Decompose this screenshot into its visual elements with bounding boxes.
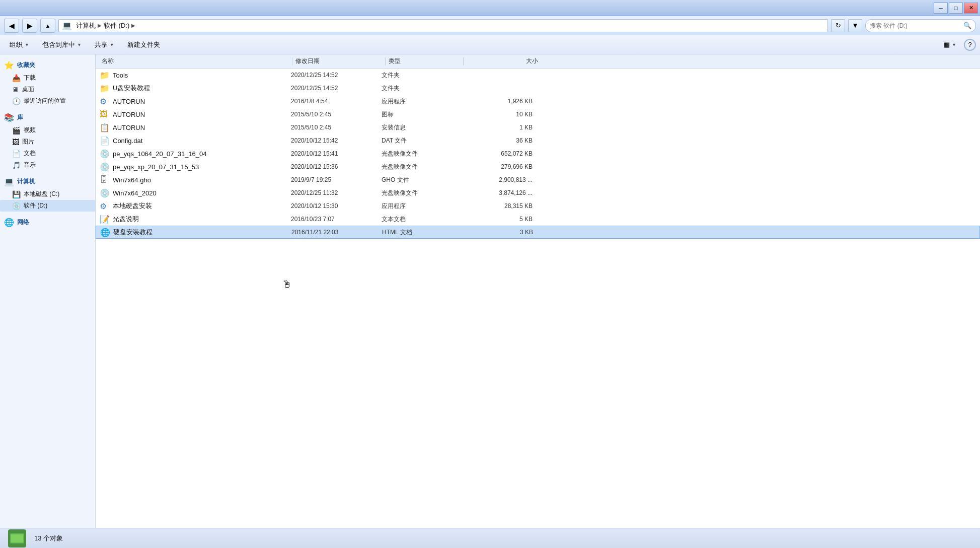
drive-d-label: 软件 (D:) [24,201,47,210]
table-row[interactable]: 📁 U盘安装教程 2020/12/25 14:52 文件夹 [96,82,980,95]
file-date: 2016/10/23 7:07 [291,216,382,223]
file-date: 2016/11/21 22:03 [291,229,382,236]
file-icon: 💿 [100,149,110,159]
col-sep-3 [463,57,464,65]
address-dropdown-button[interactable]: ▼ [848,19,862,32]
table-row[interactable]: 📋 AUTORUN 2015/5/10 2:45 安装信息 1 KB [96,121,980,134]
sidebar-item-pictures[interactable]: 🖼 图片 [0,136,95,148]
file-date: 2020/12/25 14:52 [291,72,382,79]
network-label: 网络 [17,218,29,227]
sidebar-item-drive-d[interactable]: 💿 软件 (D:) [0,200,95,212]
drive-c-icon: 💾 [12,190,21,198]
sidebar-item-download[interactable]: 📥 下载 [0,72,95,84]
column-headers: 名称 修改日期 类型 大小 [96,54,980,68]
table-row[interactable]: 📄 Config.dat 2020/10/12 15:42 DAT 文件 36 … [96,134,980,147]
network-section: 🌐 网络 [0,216,95,229]
table-row[interactable]: 🗄 Win7x64.gho 2019/9/7 19:25 GHO 文件 2,90… [96,173,980,186]
file-size: 279,696 KB [457,163,533,170]
file-name: Win7x64.gho [113,176,291,184]
table-row[interactable]: 📝 光盘说明 2016/10/23 7:07 文本文档 5 KB [96,213,980,226]
window-controls: ─ □ ✕ [934,3,978,14]
refresh-button[interactable]: ↻ [831,19,845,32]
sidebar-item-documents[interactable]: 📄 文档 [0,148,95,159]
search-input[interactable] [870,22,961,29]
address-bar: ◀ ▶ ▲ 💻 计算机 ▶ 软件 (D:) ▶ ↻ ▼ 🔍 [0,16,980,35]
table-row[interactable]: 🌐 硬盘安装教程 2016/11/21 22:03 HTML 文档 3 KB [96,226,980,239]
library-header[interactable]: 📚 库 [0,111,95,124]
help-button[interactable]: ? [964,39,976,51]
file-type: 文件夹 [382,84,457,93]
file-type: 图标 [382,110,457,119]
favorites-header[interactable]: ⭐ 收藏夹 [0,58,95,72]
col-type-header[interactable]: 类型 [387,57,462,65]
network-header[interactable]: 🌐 网络 [0,216,95,229]
share-button[interactable]: 共享 ▼ [89,38,120,52]
sidebar-item-music[interactable]: 🎵 音乐 [0,159,95,171]
sidebar-item-desktop[interactable]: 🖥 桌面 [0,84,95,95]
sidebar: ⭐ 收藏夹 📥 下载 🖥 桌面 🕐 最近访问的位置 📚 库 [0,54,96,528]
breadcrumb-computer[interactable]: 计算机 [76,21,96,30]
file-icon: 💿 [100,188,110,198]
views-icon: ▦ [944,41,950,48]
minimize-button[interactable]: ─ [934,3,948,14]
library-icon: 📚 [4,113,14,122]
file-name: U盘安装教程 [113,84,291,93]
file-date: 2020/10/12 15:42 [291,137,382,144]
table-row[interactable]: ⚙ 本地硬盘安装 2020/10/12 15:30 应用程序 28,315 KB [96,199,980,213]
file-icon: ⚙ [100,201,110,211]
table-row[interactable]: 📁 Tools 2020/12/25 14:52 文件夹 [96,68,980,82]
views-button[interactable]: ▦ ▼ [938,38,962,52]
new-folder-label: 新建文件夹 [127,40,160,49]
documents-icon: 📄 [12,150,21,158]
computer-header[interactable]: 💻 计算机 [0,175,95,188]
table-row[interactable]: 💿 Win7x64_2020 2020/12/25 11:32 光盘映像文件 3… [96,186,980,199]
drive-c-label: 本地磁盘 (C:) [24,190,59,198]
search-box[interactable]: 🔍 [865,19,976,32]
file-name: AUTORUN [113,98,291,105]
back-button[interactable]: ◀ [4,19,19,33]
file-size: 3 KB [458,229,533,236]
col-date-header[interactable]: 修改日期 [293,57,384,65]
favorites-label: 收藏夹 [17,61,35,70]
sidebar-item-video[interactable]: 🎬 视频 [0,124,95,136]
music-label: 音乐 [24,161,36,169]
file-type: 文本文档 [382,215,457,224]
organize-button[interactable]: 组织 ▼ [4,38,35,52]
network-icon: 🌐 [4,218,14,227]
file-type: 文件夹 [382,71,457,80]
file-icon: 📁 [100,71,110,80]
file-name: AUTORUN [113,111,291,118]
file-type: HTML 文档 [382,228,458,237]
table-row[interactable]: 💿 pe_yqs_xp_20_07_31_15_53 2020/10/12 15… [96,160,980,173]
file-type: 安装信息 [382,123,457,132]
table-row[interactable]: 🖼 AUTORUN 2015/5/10 2:45 图标 10 KB [96,108,980,121]
file-date: 2016/1/8 4:54 [291,98,382,105]
table-row[interactable]: ⚙ AUTORUN 2016/1/8 4:54 应用程序 1,926 KB [96,95,980,108]
breadcrumb-drive[interactable]: 软件 (D:) [104,21,129,30]
col-sep-2 [385,57,386,65]
close-button[interactable]: ✕ [964,3,978,14]
library-section: 📚 库 🎬 视频 🖼 图片 📄 文档 🎵 音乐 [0,111,95,171]
file-size: 5 KB [457,216,533,223]
recent-icon: 🕐 [12,97,21,105]
col-size-header[interactable]: 大小 [465,57,540,65]
file-list: 📁 Tools 2020/12/25 14:52 文件夹 📁 U盘安装教程 20… [96,68,980,528]
col-name-header[interactable]: 名称 [100,57,291,65]
file-icon: 📝 [100,215,110,224]
file-icon: ⚙ [100,97,110,106]
new-folder-button[interactable]: 新建文件夹 [122,38,166,52]
file-icon: 🖼 [100,110,110,119]
forward-button[interactable]: ▶ [22,19,37,33]
share-label: 共享 [95,40,108,49]
include-library-button[interactable]: 包含到库中 ▼ [37,38,87,52]
sidebar-item-drive-c[interactable]: 💾 本地磁盘 (C:) [0,188,95,200]
maximize-button[interactable]: □ [949,3,963,14]
desktop-icon: 🖥 [12,86,19,94]
up-button[interactable]: ▲ [40,19,55,33]
file-type: DAT 文件 [382,136,457,145]
desktop-label: 桌面 [22,85,34,94]
sidebar-item-recent[interactable]: 🕐 最近访问的位置 [0,95,95,107]
share-arrow: ▼ [110,42,114,47]
svg-rect-2 [11,534,23,542]
table-row[interactable]: 💿 pe_yqs_1064_20_07_31_16_04 2020/10/12 … [96,147,980,160]
